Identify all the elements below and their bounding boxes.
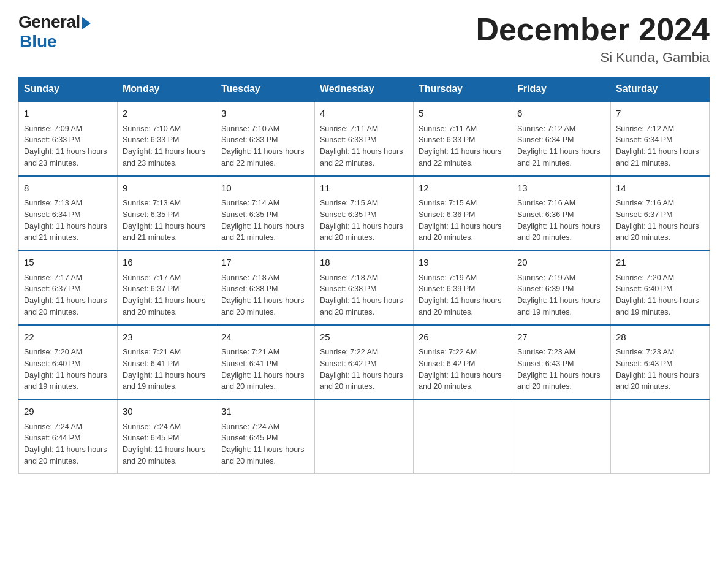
day-info: Sunrise: 7:15 AMSunset: 6:36 PMDaylight:… bbox=[419, 197, 507, 243]
table-row: 14Sunrise: 7:16 AMSunset: 6:37 PMDayligh… bbox=[611, 176, 710, 251]
day-number: 26 bbox=[419, 331, 507, 345]
day-number: 3 bbox=[221, 107, 309, 121]
day-info: Sunrise: 7:24 AMSunset: 6:45 PMDaylight:… bbox=[221, 421, 309, 467]
day-info: Sunrise: 7:20 AMSunset: 6:40 PMDaylight:… bbox=[24, 347, 112, 393]
day-number: 4 bbox=[320, 107, 408, 121]
day-info: Sunrise: 7:23 AMSunset: 6:43 PMDaylight:… bbox=[517, 347, 605, 393]
table-row: 31Sunrise: 7:24 AMSunset: 6:45 PMDayligh… bbox=[216, 399, 315, 473]
table-row: 11Sunrise: 7:15 AMSunset: 6:35 PMDayligh… bbox=[315, 176, 414, 251]
day-number: 17 bbox=[221, 256, 309, 270]
day-info: Sunrise: 7:23 AMSunset: 6:43 PMDaylight:… bbox=[616, 347, 704, 393]
day-info: Sunrise: 7:10 AMSunset: 6:33 PMDaylight:… bbox=[221, 123, 309, 169]
day-info: Sunrise: 7:10 AMSunset: 6:33 PMDaylight:… bbox=[123, 123, 211, 169]
table-row: 12Sunrise: 7:15 AMSunset: 6:36 PMDayligh… bbox=[414, 176, 512, 251]
day-info: Sunrise: 7:13 AMSunset: 6:34 PMDaylight:… bbox=[24, 197, 112, 243]
table-row: 15Sunrise: 7:17 AMSunset: 6:37 PMDayligh… bbox=[19, 250, 118, 325]
day-number: 28 bbox=[616, 331, 704, 345]
table-row: 17Sunrise: 7:18 AMSunset: 6:38 PMDayligh… bbox=[216, 250, 315, 325]
day-number: 7 bbox=[616, 107, 704, 121]
day-info: Sunrise: 7:12 AMSunset: 6:34 PMDaylight:… bbox=[616, 123, 704, 169]
day-number: 18 bbox=[320, 256, 408, 270]
day-number: 15 bbox=[24, 256, 112, 270]
table-row: 22Sunrise: 7:20 AMSunset: 6:40 PMDayligh… bbox=[19, 325, 118, 400]
table-row bbox=[315, 399, 414, 473]
day-info: Sunrise: 7:16 AMSunset: 6:36 PMDaylight:… bbox=[517, 197, 605, 243]
day-info: Sunrise: 7:21 AMSunset: 6:41 PMDaylight:… bbox=[123, 347, 211, 393]
table-row: 16Sunrise: 7:17 AMSunset: 6:37 PMDayligh… bbox=[118, 250, 216, 325]
day-of-week-monday: Monday bbox=[118, 77, 216, 102]
logo-blue-text: Blue bbox=[20, 32, 57, 52]
week-row-3: 15Sunrise: 7:17 AMSunset: 6:37 PMDayligh… bbox=[19, 250, 710, 325]
day-info: Sunrise: 7:11 AMSunset: 6:33 PMDaylight:… bbox=[419, 123, 507, 169]
day-info: Sunrise: 7:19 AMSunset: 6:39 PMDaylight:… bbox=[517, 272, 605, 318]
day-number: 5 bbox=[419, 107, 507, 121]
day-info: Sunrise: 7:12 AMSunset: 6:34 PMDaylight:… bbox=[517, 123, 605, 169]
day-info: Sunrise: 7:17 AMSunset: 6:37 PMDaylight:… bbox=[24, 272, 112, 318]
table-row: 29Sunrise: 7:24 AMSunset: 6:44 PMDayligh… bbox=[19, 399, 118, 473]
day-number: 2 bbox=[123, 107, 211, 121]
table-row: 18Sunrise: 7:18 AMSunset: 6:38 PMDayligh… bbox=[315, 250, 414, 325]
table-row: 13Sunrise: 7:16 AMSunset: 6:36 PMDayligh… bbox=[512, 176, 611, 251]
table-row bbox=[512, 399, 611, 473]
week-row-2: 8Sunrise: 7:13 AMSunset: 6:34 PMDaylight… bbox=[19, 176, 710, 251]
table-row: 28Sunrise: 7:23 AMSunset: 6:43 PMDayligh… bbox=[611, 325, 710, 400]
day-number: 14 bbox=[616, 182, 704, 196]
day-number: 31 bbox=[221, 405, 309, 419]
day-of-week-wednesday: Wednesday bbox=[315, 77, 414, 102]
table-row: 3Sunrise: 7:10 AMSunset: 6:33 PMDaylight… bbox=[216, 101, 315, 176]
week-row-4: 22Sunrise: 7:20 AMSunset: 6:40 PMDayligh… bbox=[19, 325, 710, 400]
day-number: 8 bbox=[24, 182, 112, 196]
day-info: Sunrise: 7:18 AMSunset: 6:38 PMDaylight:… bbox=[320, 272, 408, 318]
table-row bbox=[611, 399, 710, 473]
day-number: 27 bbox=[517, 331, 605, 345]
table-row bbox=[414, 399, 512, 473]
day-info: Sunrise: 7:24 AMSunset: 6:44 PMDaylight:… bbox=[24, 421, 112, 467]
table-row: 2Sunrise: 7:10 AMSunset: 6:33 PMDaylight… bbox=[118, 101, 216, 176]
table-row: 20Sunrise: 7:19 AMSunset: 6:39 PMDayligh… bbox=[512, 250, 611, 325]
table-row: 24Sunrise: 7:21 AMSunset: 6:41 PMDayligh… bbox=[216, 325, 315, 400]
day-info: Sunrise: 7:18 AMSunset: 6:38 PMDaylight:… bbox=[221, 272, 309, 318]
week-row-5: 29Sunrise: 7:24 AMSunset: 6:44 PMDayligh… bbox=[19, 399, 710, 473]
day-info: Sunrise: 7:21 AMSunset: 6:41 PMDaylight:… bbox=[221, 347, 309, 393]
logo-general-text: General bbox=[18, 12, 80, 32]
logo-arrow-icon bbox=[82, 17, 91, 29]
location-title: Si Kunda, Gambia bbox=[476, 50, 710, 66]
day-number: 25 bbox=[320, 331, 408, 345]
day-info: Sunrise: 7:19 AMSunset: 6:39 PMDaylight:… bbox=[419, 272, 507, 318]
days-of-week-row: SundayMondayTuesdayWednesdayThursdayFrid… bbox=[19, 77, 710, 102]
page-header: General Blue December 2024 Si Kunda, Gam… bbox=[18, 12, 710, 66]
day-number: 1 bbox=[24, 107, 112, 121]
table-row: 27Sunrise: 7:23 AMSunset: 6:43 PMDayligh… bbox=[512, 325, 611, 400]
day-info: Sunrise: 7:13 AMSunset: 6:35 PMDaylight:… bbox=[123, 197, 211, 243]
day-number: 23 bbox=[123, 331, 211, 345]
table-row: 8Sunrise: 7:13 AMSunset: 6:34 PMDaylight… bbox=[19, 176, 118, 251]
table-row: 23Sunrise: 7:21 AMSunset: 6:41 PMDayligh… bbox=[118, 325, 216, 400]
table-row: 10Sunrise: 7:14 AMSunset: 6:35 PMDayligh… bbox=[216, 176, 315, 251]
day-number: 6 bbox=[517, 107, 605, 121]
day-info: Sunrise: 7:09 AMSunset: 6:33 PMDaylight:… bbox=[24, 123, 112, 169]
day-info: Sunrise: 7:22 AMSunset: 6:42 PMDaylight:… bbox=[320, 347, 408, 393]
title-block: December 2024 Si Kunda, Gambia bbox=[476, 12, 710, 66]
day-of-week-friday: Friday bbox=[512, 77, 611, 102]
week-row-1: 1Sunrise: 7:09 AMSunset: 6:33 PMDaylight… bbox=[19, 101, 710, 176]
day-number: 9 bbox=[123, 182, 211, 196]
table-row: 30Sunrise: 7:24 AMSunset: 6:45 PMDayligh… bbox=[118, 399, 216, 473]
table-row: 9Sunrise: 7:13 AMSunset: 6:35 PMDaylight… bbox=[118, 176, 216, 251]
table-row: 1Sunrise: 7:09 AMSunset: 6:33 PMDaylight… bbox=[19, 101, 118, 176]
day-number: 22 bbox=[24, 331, 112, 345]
table-row: 6Sunrise: 7:12 AMSunset: 6:34 PMDaylight… bbox=[512, 101, 611, 176]
day-number: 20 bbox=[517, 256, 605, 270]
day-number: 16 bbox=[123, 256, 211, 270]
table-row: 25Sunrise: 7:22 AMSunset: 6:42 PMDayligh… bbox=[315, 325, 414, 400]
table-row: 21Sunrise: 7:20 AMSunset: 6:40 PMDayligh… bbox=[611, 250, 710, 325]
day-number: 11 bbox=[320, 182, 408, 196]
table-row: 4Sunrise: 7:11 AMSunset: 6:33 PMDaylight… bbox=[315, 101, 414, 176]
day-number: 24 bbox=[221, 331, 309, 345]
month-title: December 2024 bbox=[476, 12, 710, 47]
day-info: Sunrise: 7:20 AMSunset: 6:40 PMDaylight:… bbox=[616, 272, 704, 318]
table-row: 5Sunrise: 7:11 AMSunset: 6:33 PMDaylight… bbox=[414, 101, 512, 176]
day-info: Sunrise: 7:14 AMSunset: 6:35 PMDaylight:… bbox=[221, 197, 309, 243]
calendar-table: SundayMondayTuesdayWednesdayThursdayFrid… bbox=[18, 77, 710, 474]
day-of-week-saturday: Saturday bbox=[611, 77, 710, 102]
day-info: Sunrise: 7:22 AMSunset: 6:42 PMDaylight:… bbox=[419, 347, 507, 393]
